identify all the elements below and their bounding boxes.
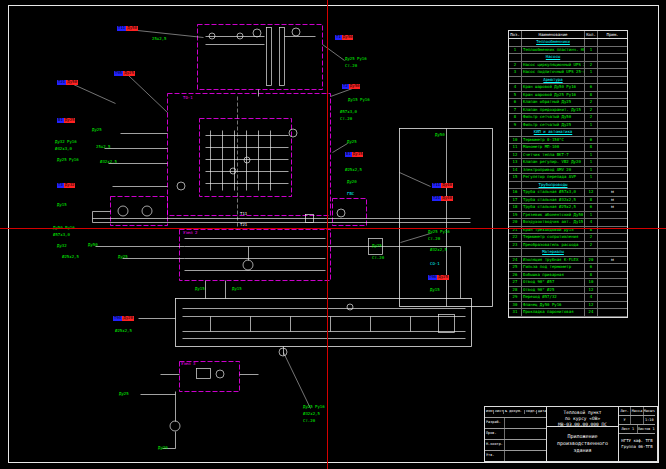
parts-table-row[interactable]: Насосы — [509, 54, 627, 62]
instrument-circle[interactable] — [279, 348, 287, 356]
pipe-tag-label[interactable]: 25х2,5 — [152, 37, 166, 42]
parts-table-row[interactable]: 9Фильтр сетчатый Ду251 — [509, 122, 627, 130]
pipe-tag-label[interactable]: Ø32х2,5 — [100, 160, 117, 165]
leader-line[interactable] — [401, 234, 431, 243]
pipe-tag-label[interactable]: Ø25х2,5 — [345, 168, 362, 173]
pipe-tag-label[interactable]: Ду50 — [88, 243, 98, 248]
pipe-tag-label[interactable]: Т21 Ду40 — [432, 196, 453, 201]
pipe-tag-label[interactable]: Ду25 Ру16 — [303, 405, 325, 410]
parts-table-row[interactable]: 13Клапан регулир. VB2 Ду201 — [509, 159, 627, 167]
pipe-tag-label[interactable]: Т11 Ду50 — [117, 26, 138, 31]
pipe-tag-label[interactable]: Ду32 — [57, 244, 67, 249]
leader-line[interactable] — [400, 173, 431, 187]
parts-table-row[interactable]: 16Труба стальная Ø57х3,012м — [509, 189, 627, 197]
parts-table-row[interactable]: Трубопроводы — [509, 182, 627, 190]
pipe-tag-label[interactable]: Узел 2 — [183, 231, 197, 236]
pipe-tag-label[interactable]: Ду25 — [92, 128, 102, 133]
parts-table-row[interactable]: 8Фильтр сетчатый Ду502 — [509, 114, 627, 122]
equipment-group-outline[interactable] — [111, 197, 168, 226]
pipe-tag-label[interactable]: Ст.20 — [303, 419, 315, 424]
parts-table-row[interactable]: 2Насос циркуляционный UPS 25-602 — [509, 62, 627, 70]
equipment-group-outline[interactable] — [333, 199, 367, 226]
pipe-tag-label[interactable]: Т96 Ду25 — [428, 275, 449, 280]
parts-table-row[interactable]: 22Термометр сопротивления2 — [509, 234, 627, 242]
document-designation[interactable]: Тепловой пункт по курсу «ОВ» МВ-03.00.00… — [547, 407, 618, 427]
instrument-circle[interactable] — [170, 421, 180, 431]
instrument-circle[interactable] — [230, 168, 236, 174]
parts-table-row[interactable]: 17Труба стальная Ø32х2,58м — [509, 197, 627, 205]
pipe-tag-label[interactable]: В1 Ду15 — [345, 152, 363, 157]
pipe-tag-label[interactable]: Ø57х3,0 — [53, 233, 70, 238]
pipe-tag-label[interactable]: Ду25 Ру16 — [345, 57, 367, 62]
parts-table-row[interactable]: 24Изоляция трубная K-FLEX20м — [509, 257, 627, 265]
pipe-tag-label[interactable]: Ду20 — [158, 446, 168, 451]
parts-table-row[interactable]: 30Фланец Ду50 Ру1612 — [509, 302, 627, 310]
schematic-box[interactable] — [400, 129, 493, 307]
parts-table-row[interactable]: 26Бобышка приварная8 — [509, 272, 627, 280]
instrument-circle[interactable] — [253, 29, 261, 37]
parts-table-row[interactable]: 5Кран шаровой Ду25 Ру168 — [509, 92, 627, 100]
parts-table-row[interactable]: 28Отвод 90° Ø2512 — [509, 287, 627, 295]
parts-table-row[interactable]: Материалы — [509, 249, 627, 257]
pipe-tag-label[interactable]: Т1 Ду50 — [335, 35, 353, 40]
instrument-circle[interactable] — [337, 209, 345, 217]
pipe-tag-label[interactable]: Ø57х3,0 — [340, 110, 357, 115]
equipment-group-outline[interactable] — [180, 230, 331, 281]
equipment-group-outline[interactable] — [168, 94, 331, 216]
pipe-tag-label[interactable]: Ø32х2,5 — [430, 248, 447, 253]
parts-table-row[interactable]: 31Прокладка паронитовая24 — [509, 309, 627, 317]
component-symbol[interactable] — [197, 369, 211, 379]
pipe-tag-label[interactable]: Т95 Ду25 — [114, 71, 135, 76]
leader-line[interactable] — [323, 45, 345, 61]
instrument-circle[interactable] — [244, 157, 250, 163]
component-symbol[interactable] — [439, 315, 455, 333]
pipe-tag-label[interactable]: Ст.20 — [428, 237, 440, 242]
instrument-circle[interactable] — [216, 370, 224, 378]
parts-list-table[interactable]: Поз.НаименованиеКол.Прим.Теплообменники1… — [508, 30, 628, 318]
pipe-tag-label[interactable]: В1 Ду25 — [57, 118, 75, 123]
pipe-tag-label[interactable]: Ду25 — [119, 392, 129, 397]
leader-line[interactable] — [74, 85, 116, 104]
pipe-tag-label[interactable]: ГВС — [347, 192, 354, 197]
pipe-tag-label[interactable]: Т11 Ду40 — [432, 183, 453, 188]
pipe-tag-label[interactable]: Ст.20 — [372, 256, 384, 261]
pipe-tag-label[interactable]: 25х2,5 — [96, 145, 110, 150]
pipe-tag-label[interactable]: Ст.20 — [340, 117, 352, 122]
pipe-tag-label[interactable]: Ø25х2,5 — [115, 329, 132, 334]
parts-table-row[interactable]: 27Отвод 90° Ø5710 — [509, 279, 627, 287]
pipe-tag-label[interactable]: Т94 Ду20 — [113, 316, 134, 321]
pipe-tag-label[interactable]: Ду25 — [347, 140, 357, 145]
leader-line[interactable] — [129, 76, 168, 113]
pipe-tag-label[interactable]: Т3 Ду32 — [57, 183, 75, 188]
parts-table-row[interactable]: 4Кран шаровой Ду50 Ру166 — [509, 84, 627, 92]
pipe-tag-label[interactable]: Ду50 — [435, 133, 445, 138]
pipe-tag-label[interactable]: Ду15 Ру16 — [348, 98, 370, 103]
instrument-circle[interactable] — [142, 206, 152, 216]
parts-table-row[interactable]: 1Теплообменник пластинч. НН№141 — [509, 47, 627, 55]
leader-line[interactable] — [284, 353, 311, 409]
leader-line[interactable] — [331, 89, 353, 97]
pipe-tag-label[interactable]: Т2 Ду50 — [342, 84, 360, 89]
pipe-tag-label[interactable]: Ду15 — [232, 287, 242, 292]
pipe-tag-label[interactable]: Ø25х2,5 — [62, 255, 79, 260]
cad-canvas[interactable]: Т11 Ду5025х2,5Т21 Ду50Т95 Ду25Т1 Ду50Ду2… — [0, 0, 666, 469]
document-title[interactable]: Приложение производственного здания — [547, 427, 618, 461]
pipe-tag-label[interactable]: Ду15 — [195, 287, 205, 292]
pipe-tag-label[interactable]: Т21 — [240, 223, 247, 228]
parts-table-row[interactable]: 20Воздухоотводчик авт. Ду154 — [509, 219, 627, 227]
pipe-tag-label[interactable]: Ду25 — [372, 244, 382, 249]
pipe-tag-label[interactable]: Ду25 — [118, 255, 128, 260]
instrument-circle[interactable] — [292, 28, 300, 36]
equipment-group-outline[interactable] — [198, 25, 323, 90]
schematic-box[interactable] — [176, 299, 472, 347]
pipe-tag-label[interactable]: СО-1 — [430, 262, 440, 267]
parts-table-row[interactable]: 10Термометр 0-150°С6 — [509, 137, 627, 145]
pipe-tag-label[interactable]: ТО-1 — [183, 96, 193, 101]
parts-table-row[interactable]: 19Грязевик абонентский Ду501 — [509, 212, 627, 220]
pipe-tag-label[interactable]: Ду32 Ру16 — [55, 140, 77, 145]
instrument-circle[interactable] — [243, 260, 253, 270]
pipe-tag-label[interactable]: Ду15 — [430, 288, 440, 293]
leader-line[interactable] — [138, 31, 204, 38]
pipe-tag-label[interactable]: Ду25 Ру16 — [57, 158, 79, 163]
parts-table-row[interactable]: 3Насос подпиточный UPS 25-401 — [509, 69, 627, 77]
